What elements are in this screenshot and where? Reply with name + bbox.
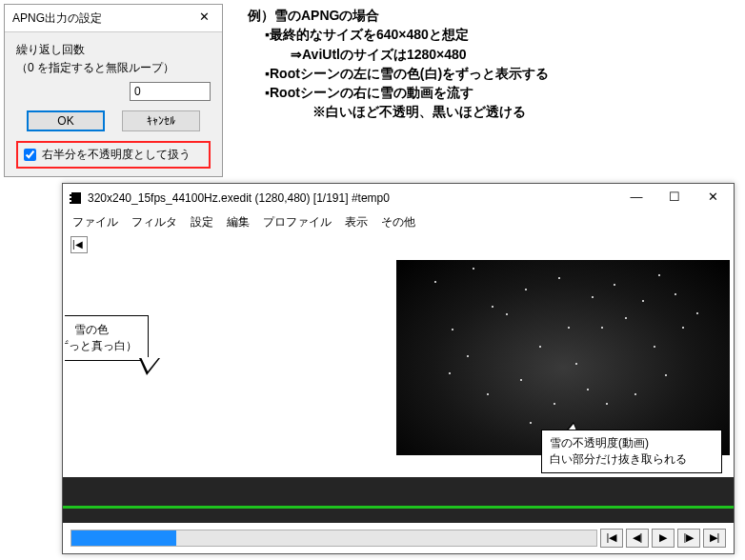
goto-first-button[interactable]: |◀ — [600, 529, 623, 548]
repeat-count-input[interactable] — [130, 82, 211, 101]
step-back-button[interactable]: ◀| — [626, 529, 649, 548]
dialog-titlebar[interactable]: APNG出力の設定 ✕ — [5, 5, 222, 32]
aviutl-title: 320x240_15fps_44100Hz.exedit (1280,480) … — [88, 191, 612, 205]
aviutl-titlebar[interactable]: 320x240_15fps_44100Hz.exedit (1280,480) … — [63, 184, 734, 212]
window-close-icon[interactable]: ✕ — [694, 188, 732, 209]
annotation-line2: ⇒AviUtlのサイズは1280×480 — [248, 45, 549, 64]
timeline-track[interactable] — [63, 477, 734, 523]
goto-start-icon[interactable] — [70, 236, 88, 253]
right-half-opacity-checkbox[interactable] — [24, 149, 36, 161]
menu-view[interactable]: 表示 — [345, 214, 368, 230]
aviutl-canvas: 雪の色 （ずっと真っ白） 雪の不透明度(動画) 白い部分だけ抜き取られる — [65, 260, 732, 477]
right-half-opacity-label: 右半分を不透明度として扱う — [42, 147, 191, 163]
dialog-title: APNG出力の設定 — [12, 10, 102, 27]
menu-edit[interactable]: 編集 — [227, 214, 250, 230]
aviutl-window: 320x240_15fps_44100Hz.exedit (1280,480) … — [62, 183, 735, 554]
aviutl-menubar: ファイル フィルタ 設定 編集 プロファイル 表示 その他 — [63, 212, 734, 234]
annotation-title: 例）雪のAPNGの場合 — [248, 6, 549, 25]
playback-controls: |◀ ◀| ▶ |▶ ▶| — [63, 523, 734, 553]
cancel-button[interactable]: ｷｬﾝｾﾙ — [122, 110, 200, 131]
svg-rect-2 — [70, 196, 71, 198]
aviutl-toolbar — [63, 234, 734, 260]
callout-snow-color: 雪の色 （ずっと真っ白） — [65, 315, 149, 361]
svg-rect-3 — [70, 200, 71, 202]
annotation-line5: ※白いほど不透明、黒いほど透ける — [248, 102, 549, 121]
menu-settings[interactable]: 設定 — [191, 214, 213, 230]
seek-progress — [71, 530, 176, 546]
goto-last-button[interactable]: ▶| — [703, 529, 726, 548]
maximize-icon[interactable]: ☐ — [655, 188, 694, 209]
menu-file[interactable]: ファイル — [72, 214, 118, 230]
apng-settings-dialog: APNG出力の設定 ✕ 繰り返し回数 （0 を指定すると無限ループ） OK ｷｬ… — [4, 4, 223, 177]
annotation-line4: ▪Rootシーンの右に雪の動画を流す — [248, 83, 549, 102]
menu-filter[interactable]: フィルタ — [131, 214, 177, 230]
annotation-line1: ▪最終的なサイズを640×480と想定 — [248, 25, 549, 44]
play-button[interactable]: ▶ — [652, 529, 675, 548]
annotation-block: 例）雪のAPNGの場合 ▪最終的なサイズを640×480と想定 ⇒AviUtlの… — [248, 6, 549, 122]
minimize-icon[interactable]: — — [617, 188, 655, 209]
svg-rect-1 — [70, 192, 71, 194]
menu-other[interactable]: その他 — [381, 214, 415, 230]
close-icon[interactable]: ✕ — [190, 9, 218, 28]
repeat-count-hint: （0 を指定すると無限ループ） — [16, 60, 211, 76]
callout-snow-opacity: 雪の不透明度(動画) 白い部分だけ抜き取られる — [541, 430, 722, 473]
seek-bar[interactable] — [70, 530, 597, 547]
right-half-opacity-row[interactable]: 右半分を不透明度として扱う — [16, 141, 211, 169]
app-icon — [69, 191, 82, 205]
menu-profile[interactable]: プロファイル — [263, 214, 332, 230]
timeline-line — [63, 506, 734, 509]
callout-tail-icon — [139, 358, 160, 375]
ok-button[interactable]: OK — [27, 110, 105, 131]
step-fwd-button[interactable]: |▶ — [677, 529, 700, 548]
annotation-line3: ▪Rootシーンの左に雪の色(白)をずっと表示する — [248, 64, 549, 83]
repeat-count-label: 繰り返し回数 — [16, 42, 211, 58]
